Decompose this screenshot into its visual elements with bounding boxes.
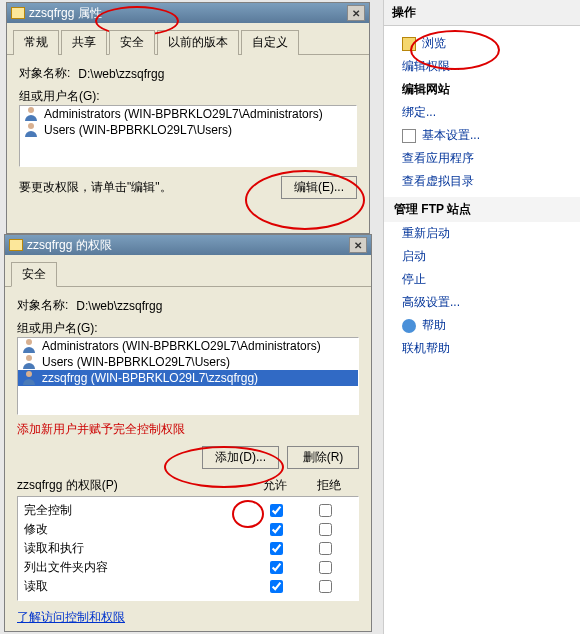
folder-icon: [9, 239, 23, 251]
list-item[interactable]: Administrators (WIN-BPBRKLO29L7\Administ…: [20, 106, 356, 122]
edit-button[interactable]: 编辑(E)...: [281, 176, 357, 199]
user-icon: [22, 355, 38, 369]
edit-note: 要更改权限，请单击"编辑"。: [19, 179, 172, 196]
tab-security[interactable]: 安全: [109, 30, 155, 55]
list-item[interactable]: Users (WIN-BPBRKLO29L7\Users): [20, 122, 356, 138]
panel-link[interactable]: 绑定...: [384, 101, 580, 124]
properties-dialog: zzsqfrgg 属性 ✕ 常规 共享 安全 以前的版本 自定义 对象名称: D…: [6, 2, 370, 234]
panel-link[interactable]: 停止: [384, 268, 580, 291]
tab-previous[interactable]: 以前的版本: [157, 30, 239, 55]
add-button[interactable]: 添加(D)...: [202, 446, 279, 469]
group-icon: [24, 107, 40, 121]
object-path: D:\web\zzsqfrgg: [78, 67, 164, 81]
allow-checkbox[interactable]: [270, 580, 283, 593]
allow-checkbox[interactable]: [270, 561, 283, 574]
panel-heading: 编辑网站: [384, 78, 580, 101]
red-note: 添加新用户并赋予完全控制权限: [17, 421, 359, 438]
users-listbox[interactable]: Administrators (WIN-BPBRKLO29L7\Administ…: [17, 337, 359, 415]
tab-share[interactable]: 共享: [61, 30, 107, 55]
close-icon[interactable]: ✕: [349, 237, 367, 253]
panel-link[interactable]: 重新启动: [384, 222, 580, 245]
allow-checkbox[interactable]: [270, 504, 283, 517]
panel-link[interactable]: 浏览: [384, 32, 580, 55]
deny-checkbox[interactable]: [319, 580, 332, 593]
list-item[interactable]: zzsqfrgg (WIN-BPBRKLO29L7\zzsqfrgg): [18, 370, 358, 386]
deny-column: 拒绝: [317, 477, 341, 494]
panel-link[interactable]: 查看虚拟目录: [384, 170, 580, 193]
list-item[interactable]: Administrators (WIN-BPBRKLO29L7\Administ…: [18, 338, 358, 354]
close-icon[interactable]: ✕: [347, 5, 365, 21]
permission-row: 完全控制: [24, 501, 352, 520]
permissions-label: zzsqfrgg 的权限(P): [17, 477, 118, 494]
titlebar: zzsqfrgg 的权限 ✕: [5, 235, 371, 255]
permission-row: 修改: [24, 520, 352, 539]
permission-name: 完全控制: [24, 502, 72, 519]
folder-icon: [11, 7, 25, 19]
actions-panel: 操作 浏览编辑权限...编辑网站绑定...基本设置...查看应用程序查看虚拟目录…: [383, 0, 580, 634]
doc-icon: [402, 129, 416, 143]
allow-column: 允许: [263, 477, 287, 494]
panel-link[interactable]: 启动: [384, 245, 580, 268]
panel-section: 管理 FTP 站点: [384, 197, 580, 222]
permissions-dialog: zzsqfrgg 的权限 ✕ 安全 对象名称: D:\web\zzsqfrgg …: [4, 234, 372, 632]
tab-security[interactable]: 安全: [11, 262, 57, 287]
object-path: D:\web\zzsqfrgg: [76, 299, 162, 313]
permission-row: 读取: [24, 577, 352, 596]
list-item[interactable]: Users (WIN-BPBRKLO29L7\Users): [18, 354, 358, 370]
permission-name: 列出文件夹内容: [24, 559, 108, 576]
allow-checkbox[interactable]: [270, 523, 283, 536]
deny-checkbox[interactable]: [319, 504, 332, 517]
learn-link[interactable]: 了解访问控制和权限: [17, 610, 125, 624]
tab-custom[interactable]: 自定义: [241, 30, 299, 55]
deny-checkbox[interactable]: [319, 542, 332, 555]
tabs: 常规 共享 安全 以前的版本 自定义: [7, 23, 369, 55]
tab-general[interactable]: 常规: [13, 30, 59, 55]
permission-name: 修改: [24, 521, 48, 538]
group-users-label: 组或用户名(G):: [17, 320, 351, 337]
help-icon: [402, 319, 416, 333]
browse-icon: [402, 37, 416, 51]
object-name-label: 对象名称:: [17, 297, 68, 314]
deny-checkbox[interactable]: [319, 523, 332, 536]
panel-link[interactable]: 高级设置...: [384, 291, 580, 314]
panel-link[interactable]: 帮助: [384, 314, 580, 337]
panel-link[interactable]: 查看应用程序: [384, 147, 580, 170]
deny-checkbox[interactable]: [319, 561, 332, 574]
allow-checkbox[interactable]: [270, 542, 283, 555]
tabs: 安全: [5, 255, 371, 287]
object-name-label: 对象名称:: [19, 65, 70, 82]
group-icon: [24, 123, 40, 137]
panel-title: 操作: [384, 0, 580, 26]
panel-link[interactable]: 联机帮助: [384, 337, 580, 360]
group-users-label: 组或用户名(G):: [19, 88, 349, 105]
dialog-title: zzsqfrgg 属性: [29, 5, 102, 22]
permission-row: 读取和执行: [24, 539, 352, 558]
user-icon: [22, 339, 38, 353]
remove-button[interactable]: 删除(R): [287, 446, 359, 469]
panel-link[interactable]: 基本设置...: [384, 124, 580, 147]
permission-row: 列出文件夹内容: [24, 558, 352, 577]
panel-link[interactable]: 编辑权限...: [384, 55, 580, 78]
permission-name: 读取: [24, 578, 48, 595]
permissions-box: 完全控制修改读取和执行列出文件夹内容读取: [17, 496, 359, 601]
titlebar: zzsqfrgg 属性 ✕: [7, 3, 369, 23]
users-listbox[interactable]: Administrators (WIN-BPBRKLO29L7\Administ…: [19, 105, 357, 167]
user-icon: [22, 371, 38, 385]
dialog-title: zzsqfrgg 的权限: [27, 237, 112, 254]
permission-name: 读取和执行: [24, 540, 84, 557]
